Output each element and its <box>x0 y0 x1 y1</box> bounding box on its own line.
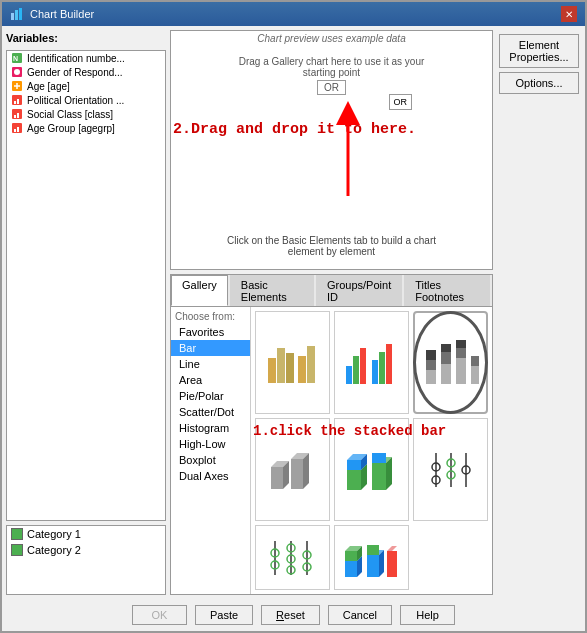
tab-groups-point-id[interactable]: Groups/Point ID <box>316 275 402 306</box>
svg-rect-26 <box>346 366 352 384</box>
category-color-1 <box>11 528 23 540</box>
ok-button[interactable]: OK <box>132 605 187 625</box>
svg-rect-1 <box>15 10 18 20</box>
variables-section: N Identification numbe... Gender of Resp… <box>6 50 166 521</box>
svg-rect-46 <box>291 459 303 489</box>
svg-rect-12 <box>17 99 19 104</box>
variable-item[interactable]: Age Group [agegrp] <box>7 121 165 135</box>
svg-rect-32 <box>426 370 436 384</box>
options-button[interactable]: Options... <box>499 72 579 94</box>
svg-rect-55 <box>372 463 386 490</box>
variable-item[interactable]: N Identification numbe... <box>7 51 165 65</box>
svg-rect-18 <box>17 127 19 132</box>
variable-item[interactable]: Social Class [class] <box>7 107 165 121</box>
gallery-area[interactable]: Area <box>171 372 250 388</box>
ordinal-icon2 <box>11 108 23 120</box>
svg-rect-21 <box>268 358 276 383</box>
svg-rect-35 <box>441 364 451 384</box>
or-box: OR <box>317 80 346 95</box>
svg-rect-31 <box>386 344 392 384</box>
reset-button[interactable]: Reset <box>261 605 320 625</box>
chart-thumb-1[interactable] <box>255 311 330 414</box>
gallery-high-low[interactable]: High-Low <box>171 436 250 452</box>
svg-rect-34 <box>426 350 436 360</box>
colored-3d-icon <box>342 445 402 495</box>
tab-basic-elements[interactable]: Basic Elements <box>230 275 314 306</box>
chart-thumb-8[interactable] <box>334 525 409 590</box>
gallery-scatter-dot[interactable]: Scatter/Dot <box>171 404 250 420</box>
svg-rect-41 <box>471 366 479 384</box>
svg-rect-80 <box>345 551 357 561</box>
svg-rect-37 <box>441 344 451 352</box>
variable-item[interactable]: Gender of Respond... <box>7 65 165 79</box>
gallery-dual-axes[interactable]: Dual Axes <box>171 468 250 484</box>
help-button[interactable]: Help <box>400 605 455 625</box>
svg-text:N: N <box>13 55 18 62</box>
svg-rect-77 <box>345 561 357 577</box>
bottom-buttons: OK Paste Reset Cancel Help <box>2 599 585 631</box>
reset-underline: R <box>276 609 284 621</box>
preview-content: Drag a Gallery chart here to use it as y… <box>171 46 492 269</box>
bar-chart-icon-1 <box>263 338 323 388</box>
element-properties-button[interactable]: Element Properties... <box>499 34 579 68</box>
tabs-section: Gallery Basic Elements Groups/Point ID T… <box>170 274 493 595</box>
title-bar: Chart Builder ✕ <box>2 2 585 26</box>
gallery-bar[interactable]: Bar <box>171 340 250 356</box>
or-indicator: OR <box>389 94 413 110</box>
drag-hint: Drag a Gallery chart here to use it as y… <box>239 56 425 97</box>
svg-rect-29 <box>372 360 378 384</box>
gallery-favorites[interactable]: Favorites <box>171 324 250 340</box>
dot-plot-icon <box>421 445 481 495</box>
svg-marker-88 <box>387 546 397 551</box>
svg-rect-24 <box>298 356 306 383</box>
svg-rect-30 <box>379 352 385 384</box>
svg-rect-42 <box>471 356 479 366</box>
reset-label-rest: eset <box>284 609 305 621</box>
cancel-button[interactable]: Cancel <box>328 605 392 625</box>
svg-rect-43 <box>271 467 283 489</box>
gallery-pie-polar[interactable]: Pie/Polar <box>171 388 250 404</box>
category-color-2 <box>11 544 23 556</box>
svg-rect-49 <box>347 470 361 490</box>
svg-rect-14 <box>14 115 16 118</box>
3d-stacked-icon <box>342 533 402 583</box>
tabs-bar: Gallery Basic Elements Groups/Point ID T… <box>171 275 492 307</box>
svg-rect-23 <box>286 353 294 383</box>
category-label-1: Category 1 <box>27 528 81 540</box>
svg-rect-28 <box>360 348 366 384</box>
window-title: Chart Builder <box>30 8 94 20</box>
chart-thumb-3[interactable] <box>413 311 488 414</box>
svg-rect-11 <box>14 101 16 104</box>
tab-content: Choose from: Favorites Bar Line Area Pie… <box>171 307 492 594</box>
gallery-histogram[interactable]: Histogram <box>171 420 250 436</box>
category-item: Category 1 <box>7 526 165 542</box>
category-label-2: Category 2 <box>27 544 81 556</box>
main-area: Chart preview uses example data Drag a G… <box>170 30 581 595</box>
svg-rect-52 <box>347 460 361 470</box>
svg-point-6 <box>14 69 20 75</box>
chart-grid <box>251 307 492 594</box>
close-button[interactable]: ✕ <box>561 6 577 22</box>
tab-titles-footnotes[interactable]: Titles Footnotes <box>404 275 490 306</box>
preview-area: Chart preview uses example data Drag a G… <box>170 30 493 270</box>
svg-marker-48 <box>303 453 309 489</box>
variable-item[interactable]: Political Orientation ... <box>7 93 165 107</box>
svg-rect-40 <box>456 340 466 348</box>
choose-from-label: Choose from: <box>171 309 250 324</box>
tab-gallery[interactable]: Gallery <box>171 275 228 306</box>
chart-thumb-7[interactable] <box>255 525 330 590</box>
dot-plot-icon-2 <box>263 533 323 583</box>
paste-button[interactable]: Paste <box>195 605 253 625</box>
side-buttons: Element Properties... Options... <box>497 30 581 595</box>
main-content: Variables: N Identification numbe... Gen… <box>2 26 585 599</box>
gallery-boxplot[interactable]: Boxplot <box>171 452 250 468</box>
variables-label: Variables: <box>6 30 166 46</box>
svg-rect-58 <box>372 453 386 463</box>
svg-rect-15 <box>17 113 19 118</box>
gallery-line[interactable]: Line <box>171 356 250 372</box>
chart-thumb-2[interactable] <box>334 311 409 414</box>
red-arrow <box>308 101 388 201</box>
nominal-icon <box>11 66 23 78</box>
variable-item[interactable]: Age [age] <box>7 79 165 93</box>
svg-rect-22 <box>277 348 285 383</box>
